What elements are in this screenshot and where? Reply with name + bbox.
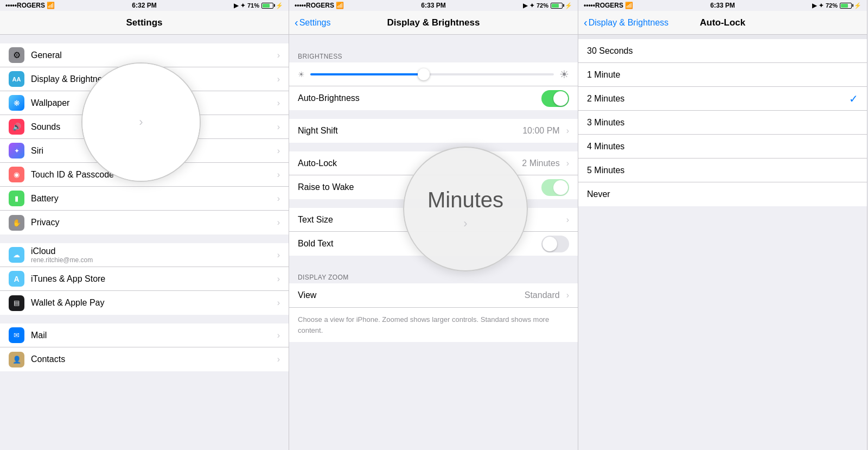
- brightness-slider-cell: ☀ ☀: [289, 62, 578, 86]
- view-description-text: Choose a view for iPhone. Zoomed shows l…: [298, 315, 549, 334]
- privacy-icon: ✋: [9, 215, 24, 231]
- back-label-3: Display & Brightness: [589, 18, 669, 28]
- wifi-icon: 📶: [47, 2, 55, 9]
- auto-brightness-label: Auto-Brightness: [298, 93, 535, 103]
- battery-pct-1: 71%: [247, 2, 259, 9]
- zoom-chevron-1: ›: [139, 115, 143, 129]
- privacy-label: Privacy: [31, 218, 271, 227]
- mail-label: Mail: [31, 331, 271, 340]
- brightness-thumb: [418, 68, 430, 80]
- night-shift-label: Night Shift: [298, 126, 516, 136]
- settings-item-contacts[interactable]: 👤 Contacts ›: [0, 347, 289, 371]
- carrier-1: •••••ROGERS: [5, 2, 45, 9]
- view-label: View: [298, 290, 518, 300]
- settings-panel: •••••ROGERS 📶 6:32 PM ▶ ✦ 71% ⚡ Settings…: [0, 0, 289, 450]
- autolock-option-4m[interactable]: 4 Minutes: [578, 135, 867, 159]
- time-3: 6:33 PM: [710, 2, 735, 9]
- autolock-option-2m[interactable]: 2 Minutes ✓: [578, 87, 867, 111]
- autolock-label-3m: 3 Minutes: [587, 118, 858, 128]
- battery-icon-2: [551, 3, 563, 9]
- settings-item-icloud[interactable]: ☁ iCloud rene.ritchie@me.com ›: [0, 243, 289, 267]
- settings-group-2: ☁ iCloud rene.ritchie@me.com › A iTunes …: [0, 243, 289, 315]
- bluetooth-icon-3: ✦: [819, 2, 824, 9]
- brightness-row: ☀ ☀: [298, 68, 569, 81]
- display-back-button[interactable]: ‹ Settings: [295, 17, 330, 28]
- display-title: Display & Brightness: [387, 17, 480, 28]
- signal-icon-3: ▶: [812, 2, 816, 9]
- autolock-label-30s: 30 Seconds: [587, 46, 858, 56]
- brightness-header: BRIGHTNESS: [289, 43, 578, 62]
- display-panel: •••••ROGERS 📶 6:33 PM ▶ ✦ 72% ⚡ ‹ Settin…: [289, 0, 578, 450]
- mail-icon: ✉: [9, 327, 24, 343]
- brightness-group: ☀ ☀ Auto-Brightness: [289, 62, 578, 110]
- autolock-label-never: Never: [587, 189, 858, 199]
- sounds-icon: 🔊: [9, 119, 24, 135]
- icloud-icon: ☁: [9, 247, 24, 263]
- time-2: 6:33 PM: [421, 2, 445, 9]
- zoom-circle-2: Minutes ›: [403, 147, 528, 271]
- night-shift-value: 10:00 PM: [522, 126, 559, 136]
- autolock-option-5m[interactable]: 5 Minutes: [578, 159, 867, 182]
- back-label-2: Settings: [299, 18, 331, 28]
- settings-item-wallet[interactable]: ▤ Wallet & Apple Pay ›: [0, 291, 289, 315]
- battery-cell-icon: ▮: [9, 191, 24, 206]
- zoom-nav-chevron: ›: [463, 217, 467, 231]
- raise-to-wake-toggle[interactable]: [541, 179, 569, 196]
- night-shift-cell[interactable]: Night Shift 10:00 PM ›: [289, 119, 578, 143]
- bold-text-toggle[interactable]: [541, 236, 569, 252]
- battery-fill-1: [263, 4, 270, 8]
- autolock-checkmark-2m: ✓: [849, 92, 858, 105]
- autolock-option-1m[interactable]: 1 Minute: [578, 63, 867, 87]
- battery-pct-2: 72%: [537, 2, 548, 9]
- carrier-3: •••••ROGERS: [584, 2, 623, 9]
- autolock-option-3m[interactable]: 3 Minutes: [578, 111, 867, 135]
- battery-icon-1: [261, 3, 273, 9]
- battery-fill-3: [841, 4, 848, 8]
- autolock-label-2m: 2 Minutes: [587, 94, 849, 104]
- view-cell[interactable]: View Standard ›: [289, 283, 578, 307]
- wifi-icon-3: 📶: [625, 2, 633, 9]
- autolock-list-container: 30 Seconds 1 Minute 2 Minutes ✓ 3 Minute…: [578, 39, 867, 450]
- autolock-title: Auto-Lock: [700, 17, 745, 28]
- signal-icon-1: ▶: [234, 2, 238, 9]
- autolock-option-30s[interactable]: 30 Seconds: [578, 39, 867, 63]
- autolock-options: 30 Seconds 1 Minute 2 Minutes ✓ 3 Minute…: [578, 39, 867, 206]
- battery-icon-3: [840, 3, 852, 9]
- wallet-icon: ▤: [9, 295, 24, 311]
- general-label: General: [31, 50, 271, 60]
- autolock-label-4m: 4 Minutes: [587, 142, 858, 151]
- autolock-nav-bar: ‹ Display & Brightness Auto-Lock: [578, 11, 867, 35]
- time-1: 6:32 PM: [132, 2, 156, 9]
- settings-item-mail[interactable]: ✉ Mail ›: [0, 324, 289, 347]
- autolock-label-5m: 5 Minutes: [587, 166, 858, 175]
- settings-item-privacy[interactable]: ✋ Privacy ›: [0, 211, 289, 234]
- settings-item-battery[interactable]: ▮ Battery ›: [0, 187, 289, 211]
- back-chevron-2: ‹: [295, 17, 298, 28]
- auto-brightness-toggle[interactable]: [541, 90, 569, 107]
- autolock-label-1m: 1 Minute: [587, 70, 858, 80]
- zoom-minutes-text: Minutes: [427, 188, 503, 212]
- wifi-icon-2: 📶: [336, 2, 344, 9]
- status-bar-2: •••••ROGERS 📶 6:33 PM ▶ ✦ 72% ⚡: [289, 0, 578, 11]
- status-bar-3: •••••ROGERS 📶 6:33 PM ▶ ✦ 72% ⚡: [578, 0, 867, 11]
- autolock-back-button[interactable]: ‹ Display & Brightness: [584, 17, 668, 28]
- touchid-icon: ◉: [9, 167, 24, 182]
- settings-group-3: ✉ Mail › 👤 Contacts ›: [0, 324, 289, 371]
- itunes-label: iTunes & App Store: [31, 274, 271, 284]
- icloud-label: iCloud: [31, 246, 271, 256]
- auto-brightness-cell[interactable]: Auto-Brightness: [289, 86, 578, 110]
- brightness-track[interactable]: [310, 73, 554, 75]
- brightness-section-label: BRIGHTNESS: [298, 53, 342, 60]
- zoom-circle-1: ›: [81, 62, 201, 182]
- autolock-option-never[interactable]: Never: [578, 182, 867, 206]
- itunes-icon: A: [9, 271, 24, 287]
- display-zoom-group: View Standard ›: [289, 283, 578, 307]
- display-icon: AA: [9, 71, 24, 87]
- autolock-top-highlight: [578, 35, 867, 39]
- settings-item-itunes[interactable]: A iTunes & App Store ›: [0, 267, 289, 291]
- battery-label: Battery: [31, 194, 271, 204]
- view-value: Standard: [525, 290, 560, 300]
- battery-pct-3: 72%: [826, 2, 838, 9]
- autolock-panel: •••••ROGERS 📶 6:33 PM ▶ ✦ 72% ⚡ ‹ Displa…: [578, 0, 867, 450]
- brightness-fill: [310, 73, 420, 75]
